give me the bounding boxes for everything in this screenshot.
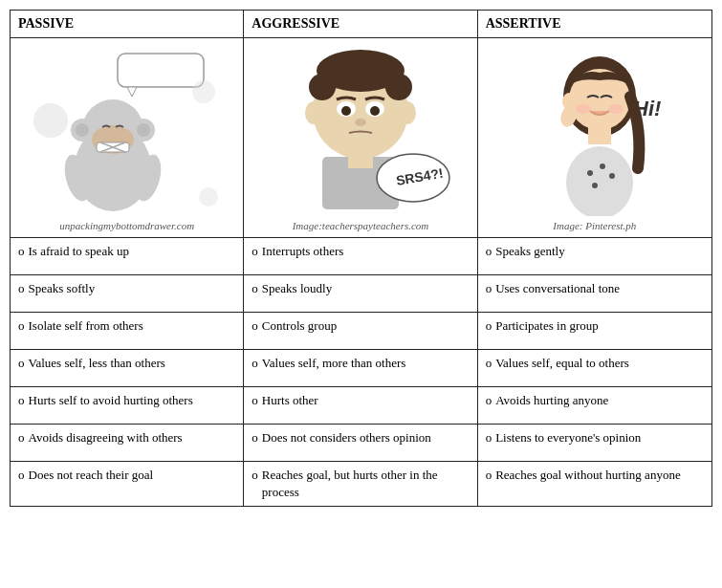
cell-text: Hurts other bbox=[262, 392, 318, 409]
bullet-icon: o bbox=[252, 318, 258, 334]
image-cell-assertive: Hi! Image: Pinterest.ph bbox=[478, 38, 711, 237]
cell-text: Values self, more than others bbox=[262, 355, 406, 372]
cell-text: Is afraid to speak up bbox=[29, 243, 129, 260]
cell-text: Interrupts others bbox=[262, 243, 344, 260]
header-aggressive: AGGRESSIVE bbox=[244, 11, 477, 37]
cell-text: Reaches goal, but hurts other in the pro… bbox=[262, 467, 470, 501]
cell-text: Does not reach their goal bbox=[29, 467, 154, 484]
svg-point-41 bbox=[608, 104, 624, 114]
passive-illustration bbox=[32, 44, 223, 216]
bullet-icon: o bbox=[252, 244, 258, 259]
svg-point-40 bbox=[576, 104, 591, 114]
cell-text: Avoids hurting anyone bbox=[495, 392, 608, 409]
cell-text: Hurts self to avoid hurting others bbox=[29, 392, 193, 409]
svg-point-14 bbox=[33, 103, 68, 138]
bullet-icon: o bbox=[18, 430, 25, 446]
cell-0-2: oSpeaks gently bbox=[478, 238, 711, 274]
bullet-icon: o bbox=[18, 393, 25, 408]
cell-text: Participates in group bbox=[495, 317, 599, 335]
svg-point-30 bbox=[370, 106, 380, 116]
bullet-icon: o bbox=[18, 356, 25, 371]
svg-point-47 bbox=[592, 183, 598, 188]
cell-text: Speaks softly bbox=[29, 280, 96, 297]
cell-text: Values self, less than others bbox=[29, 355, 165, 372]
cell-1-0: oSpeaks softly bbox=[11, 275, 244, 312]
cell-4-1: oHurts other bbox=[244, 387, 477, 424]
cell-6-2: oReaches goal without hurting anyone bbox=[478, 462, 711, 506]
header-passive: PASSIVE bbox=[11, 11, 244, 37]
header-assertive: ASSERTIVE bbox=[478, 11, 711, 37]
svg-rect-33 bbox=[348, 149, 373, 168]
cell-6-0: oDoes not reach their goal bbox=[11, 462, 244, 506]
cell-2-0: oIsolate self from others bbox=[11, 313, 244, 349]
cell-2-1: oControls group bbox=[244, 313, 477, 349]
content-row-2: oIsolate self from othersoControls group… bbox=[11, 313, 711, 350]
assertive-caption: Image: Pinterest.ph bbox=[553, 220, 636, 231]
cell-text: Isolate self from others bbox=[29, 317, 143, 335]
bullet-icon: o bbox=[18, 468, 25, 483]
svg-point-23 bbox=[336, 60, 357, 81]
bullet-icon: o bbox=[486, 393, 492, 408]
cell-2-2: oParticipates in group bbox=[478, 313, 711, 349]
content-row-6: oDoes not reach their goaloReaches goal,… bbox=[11, 462, 711, 506]
cell-1-1: oSpeaks loudly bbox=[244, 275, 477, 312]
header-row: PASSIVE AGGRESSIVE ASSERTIVE bbox=[11, 11, 711, 38]
cell-text: Listens to everyone's opinion bbox=[495, 429, 641, 446]
cell-5-1: oDoes not considers others opinion bbox=[244, 425, 477, 461]
cell-0-1: oInterrupts others bbox=[244, 238, 477, 274]
svg-point-5 bbox=[76, 123, 89, 137]
cell-5-0: oAvoids disagreeing with others bbox=[11, 425, 244, 461]
content-row-1: oSpeaks softlyoSpeaks loudlyoUses conver… bbox=[11, 275, 711, 313]
cell-text: Controls group bbox=[262, 317, 337, 335]
bullet-icon: o bbox=[486, 244, 492, 259]
cell-3-1: oValues self, more than others bbox=[244, 350, 477, 386]
cell-4-2: oAvoids hurting anyone bbox=[478, 387, 711, 424]
bullet-icon: o bbox=[486, 468, 492, 483]
svg-point-15 bbox=[192, 80, 215, 103]
content-row-5: oAvoids disagreeing with othersoDoes not… bbox=[11, 425, 711, 462]
cell-text: Speaks gently bbox=[495, 243, 565, 260]
bullet-icon: o bbox=[18, 281, 25, 296]
image-row: unpackingmybottomdrawer.com bbox=[11, 38, 711, 238]
svg-point-29 bbox=[341, 106, 351, 116]
content-row-3: oValues self, less than othersoValues se… bbox=[11, 350, 711, 387]
cell-text: Reaches goal without hurting anyone bbox=[495, 467, 681, 484]
cell-5-2: oListens to everyone's opinion bbox=[478, 425, 711, 461]
cell-text: Uses conversational tone bbox=[495, 280, 620, 297]
svg-point-24 bbox=[364, 60, 385, 81]
svg-point-46 bbox=[609, 173, 615, 179]
content-row-4: oHurts self to avoid hurting othersoHurt… bbox=[11, 387, 711, 425]
bullet-icon: o bbox=[18, 244, 25, 259]
cell-text: Speaks loudly bbox=[262, 280, 332, 297]
svg-point-43 bbox=[566, 146, 633, 216]
svg-point-44 bbox=[587, 170, 593, 176]
bullet-icon: o bbox=[252, 393, 258, 408]
svg-rect-0 bbox=[118, 54, 204, 87]
cell-3-0: oValues self, less than others bbox=[11, 350, 244, 386]
image-cell-passive: unpackingmybottomdrawer.com bbox=[11, 38, 244, 237]
cell-4-0: oHurts self to avoid hurting others bbox=[11, 387, 244, 424]
aggressive-caption: Image:teacherspayteachers.com bbox=[293, 220, 429, 231]
cell-6-1: oReaches goal, but hurts other in the pr… bbox=[244, 462, 477, 506]
bullet-icon: o bbox=[252, 356, 258, 371]
aggressive-illustration: SRS4?! bbox=[265, 44, 456, 216]
comparison-table: PASSIVE AGGRESSIVE ASSERTIVE bbox=[10, 10, 712, 507]
assertive-illustration: Hi! bbox=[499, 44, 690, 216]
cell-text: Does not considers others opinion bbox=[262, 429, 431, 446]
svg-point-31 bbox=[355, 119, 366, 126]
cell-0-0: oIs afraid to speak up bbox=[11, 238, 244, 274]
svg-point-26 bbox=[399, 101, 416, 124]
cell-text: Avoids disagreeing with others bbox=[29, 429, 183, 446]
svg-point-45 bbox=[600, 163, 605, 169]
content-row-0: oIs afraid to speak upoInterrupts others… bbox=[11, 238, 711, 275]
cell-text: Values self, equal to others bbox=[495, 355, 629, 372]
bullet-icon: o bbox=[252, 430, 258, 446]
bullet-icon: o bbox=[486, 356, 492, 371]
bullet-icon: o bbox=[486, 318, 492, 334]
bullet-icon: o bbox=[252, 468, 258, 483]
bullet-icon: o bbox=[18, 318, 25, 334]
cell-1-2: oUses conversational tone bbox=[478, 275, 711, 312]
svg-point-7 bbox=[137, 123, 150, 137]
bullet-icon: o bbox=[486, 430, 492, 446]
svg-marker-1 bbox=[127, 87, 137, 97]
